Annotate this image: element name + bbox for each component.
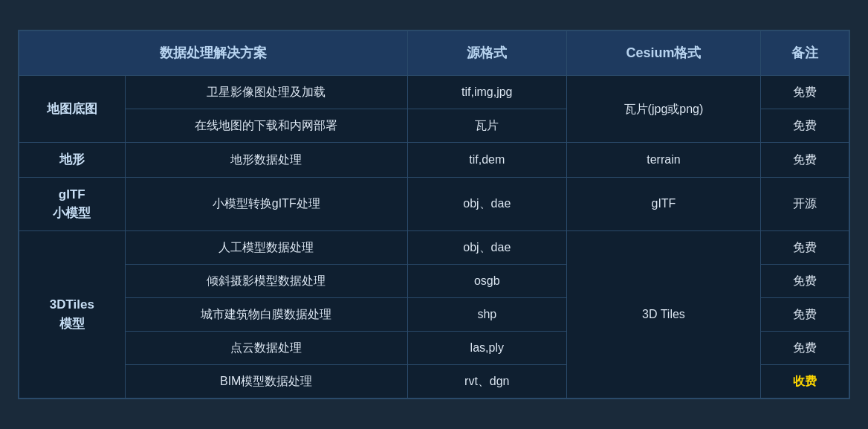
- source-cell: tif,dem: [407, 143, 566, 178]
- note-cell: 免费: [761, 297, 849, 331]
- category-cell: 地图底图: [19, 76, 126, 143]
- cesium-cell: 3D Tiles: [566, 230, 760, 398]
- category-cell: gITF 小模型: [19, 177, 126, 230]
- header-note: 备注: [761, 31, 849, 76]
- header-row: 数据处理解决方案 源格式 Cesium格式 备注: [19, 31, 849, 76]
- note-cell: 免费: [761, 76, 849, 109]
- note-cell: 开源: [761, 177, 849, 230]
- header-solution: 数据处理解决方案: [19, 31, 408, 76]
- source-cell: las,ply: [407, 331, 566, 364]
- source-cell: tif,img,jpg: [407, 76, 566, 109]
- note-cell: 免费: [761, 331, 849, 364]
- solution-cell: 城市建筑物白膜数据处理: [125, 297, 407, 331]
- solution-cell: 倾斜摄影模型数据处理: [125, 264, 407, 297]
- source-cell: obj、dae: [407, 230, 566, 264]
- table-row: 3DTiles 模型人工模型数据处理obj、dae3D Tiles免费: [19, 230, 849, 264]
- category-cell: 3DTiles 模型: [19, 230, 126, 398]
- solution-cell: 点云数据处理: [125, 331, 407, 364]
- note-cell: 免费: [761, 230, 849, 264]
- note-cell: 免费: [761, 264, 849, 297]
- solution-cell: 小模型转换gITF处理: [125, 177, 407, 230]
- header-source: 源格式: [407, 31, 566, 76]
- main-table-container: 数据处理解决方案 源格式 Cesium格式 备注 地图底图卫星影像图处理及加载t…: [18, 30, 850, 399]
- data-table: 数据处理解决方案 源格式 Cesium格式 备注 地图底图卫星影像图处理及加载t…: [19, 30, 849, 399]
- note-cell: 免费: [761, 109, 849, 143]
- cesium-cell: gITF: [566, 177, 760, 230]
- source-cell: obj、dae: [407, 177, 566, 230]
- table-row: 地图底图卫星影像图处理及加载tif,img,jpg瓦片(jpg或png)免费: [19, 76, 849, 109]
- category-cell: 地形: [19, 143, 126, 178]
- solution-cell: 地形数据处理: [125, 143, 407, 178]
- source-cell: shp: [407, 297, 566, 331]
- solution-cell: 在线地图的下载和内网部署: [125, 109, 407, 143]
- note-cell: 免费: [761, 143, 849, 178]
- table-row: gITF 小模型小模型转换gITF处理obj、daegITF开源: [19, 177, 849, 230]
- table-row: 地形地形数据处理tif,demterrain免费: [19, 143, 849, 178]
- source-cell: 瓦片: [407, 109, 566, 143]
- note-cell: 收费: [761, 364, 849, 398]
- source-cell: osgb: [407, 264, 566, 297]
- solution-cell: 人工模型数据处理: [125, 230, 407, 264]
- solution-cell: BIM模型数据处理: [125, 364, 407, 398]
- source-cell: rvt、dgn: [407, 364, 566, 398]
- header-cesium: Cesium格式: [566, 31, 760, 76]
- cesium-cell: terrain: [566, 143, 760, 178]
- solution-cell: 卫星影像图处理及加载: [125, 76, 407, 109]
- cesium-cell: 瓦片(jpg或png): [566, 76, 760, 143]
